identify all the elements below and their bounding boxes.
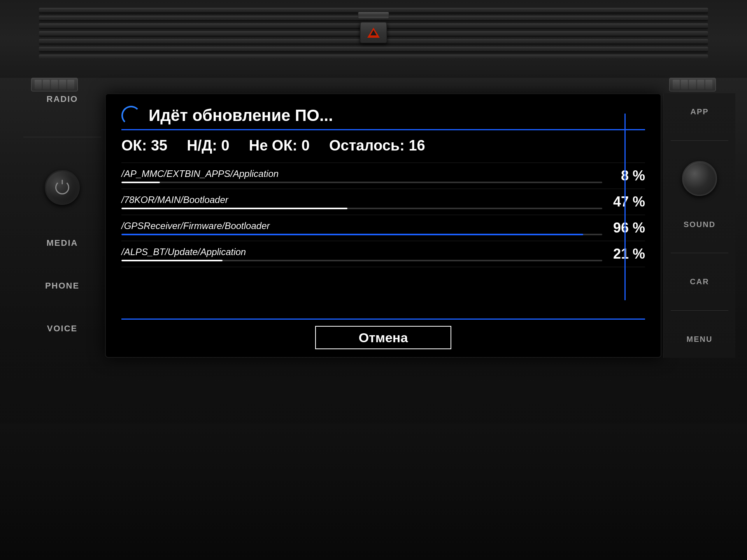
sidebar-item-phone[interactable]: PHONE bbox=[45, 281, 79, 291]
knob-ridge bbox=[689, 80, 696, 89]
sidebar-item-sound[interactable]: SOUND bbox=[680, 216, 719, 233]
status-remaining: Осталось: 16 bbox=[329, 137, 425, 154]
progress-info-2: /GPSReceiver/Firmware/Bootloader bbox=[121, 220, 602, 235]
progress-bar-container-3 bbox=[121, 260, 602, 261]
sidebar-item-radio[interactable]: RADIO bbox=[47, 94, 78, 104]
knob-ridge bbox=[673, 80, 680, 89]
progress-item-0: /AP_MMC/EXTBIN_APPS/Application 8 % bbox=[121, 163, 645, 189]
progress-path-1: /78KOR/MAIN/Bootloader bbox=[121, 194, 602, 205]
bottom-separator-line bbox=[121, 318, 645, 320]
right-controls-panel: APP SOUND CAR MENU bbox=[663, 93, 735, 358]
sidebar-item-voice[interactable]: VOICE bbox=[47, 324, 77, 334]
progress-info-0: /AP_MMC/EXTBIN_APPS/Application bbox=[121, 168, 602, 183]
progress-path-3: /ALPS_BT/Update/Application bbox=[121, 247, 602, 257]
right-nav-divider bbox=[671, 140, 728, 141]
progress-percent-3: 21 % bbox=[610, 246, 645, 262]
screen-header: Идёт обновление ПО... bbox=[121, 106, 645, 125]
right-nav-divider bbox=[671, 310, 728, 311]
progress-item-2: /GPSReceiver/Firmware/Bootloader 96 % bbox=[121, 215, 645, 241]
right-nav-divider bbox=[671, 253, 728, 253]
progress-path-0: /AP_MMC/EXTBIN_APPS/Application bbox=[121, 168, 602, 179]
power-knob[interactable] bbox=[45, 170, 80, 205]
progress-list: /AP_MMC/EXTBIN_APPS/Application 8 % /78K… bbox=[121, 163, 645, 314]
vent-slat bbox=[39, 54, 708, 58]
hazard-button[interactable] bbox=[360, 22, 387, 43]
progress-bar-fill-1 bbox=[121, 208, 347, 209]
main-screen: Идёт обновление ПО... ОК: 35 Н/Д: 0 Не О… bbox=[105, 93, 661, 358]
progress-bar-fill-0 bbox=[121, 182, 160, 183]
progress-info-1: /78KOR/MAIN/Bootloader bbox=[121, 194, 602, 209]
progress-percent-1: 47 % bbox=[610, 194, 645, 210]
status-notok: Не ОК: 0 bbox=[249, 137, 310, 154]
progress-item-3: /ALPS_BT/Update/Application 21 % bbox=[121, 241, 645, 267]
right-vent-knob[interactable] bbox=[669, 78, 716, 91]
knob-ridge bbox=[697, 80, 704, 89]
vent-slat bbox=[39, 47, 708, 51]
progress-bar-container-0 bbox=[121, 182, 602, 183]
power-icon bbox=[55, 180, 69, 194]
sidebar-item-menu[interactable]: MENU bbox=[683, 331, 717, 348]
progress-path-2: /GPSReceiver/Firmware/Bootloader bbox=[121, 220, 602, 231]
car-body-bottom bbox=[0, 424, 747, 560]
progress-bar-container-2 bbox=[121, 234, 602, 235]
sidebar-item-app[interactable]: APP bbox=[686, 103, 712, 120]
vent-direction-control bbox=[358, 12, 389, 19]
screen-content: Идёт обновление ПО... ОК: 35 Н/Д: 0 Не О… bbox=[106, 94, 661, 357]
header-separator-line bbox=[121, 129, 645, 130]
progress-bar-fill-3 bbox=[121, 260, 223, 261]
knob-ridge bbox=[681, 80, 688, 89]
sidebar-item-car[interactable]: CAR bbox=[686, 273, 713, 290]
status-row: ОК: 35 Н/Д: 0 Не ОК: 0 Осталось: 16 bbox=[121, 137, 645, 154]
progress-percent-0: 8 % bbox=[610, 168, 645, 184]
top-vent-area bbox=[0, 0, 747, 78]
bottom-section: Отмена bbox=[121, 314, 645, 349]
progress-info-3: /ALPS_BT/Update/Application bbox=[121, 247, 602, 261]
right-rotary-knob[interactable] bbox=[682, 161, 717, 196]
progress-percent-2: 96 % bbox=[610, 220, 645, 236]
left-controls-panel: RADIO MEDIA PHONE VOICE bbox=[23, 78, 101, 350]
screen-title: Идёт обновление ПО... bbox=[149, 106, 333, 125]
cancel-button[interactable]: Отмена bbox=[315, 326, 451, 349]
knob-ridge bbox=[705, 80, 712, 89]
progress-item-1: /78KOR/MAIN/Bootloader 47 % bbox=[121, 189, 645, 215]
hazard-triangle-icon bbox=[367, 28, 380, 38]
progress-bar-container-1 bbox=[121, 208, 602, 209]
progress-bar-fill-2 bbox=[121, 234, 583, 235]
status-ok: ОК: 35 bbox=[121, 137, 167, 154]
status-nd: Н/Д: 0 bbox=[187, 137, 229, 154]
vertical-separator-line bbox=[624, 114, 626, 300]
loading-spinner-icon bbox=[121, 106, 141, 125]
sidebar-item-media[interactable]: MEDIA bbox=[47, 238, 78, 248]
hazard-button-area bbox=[358, 12, 389, 43]
